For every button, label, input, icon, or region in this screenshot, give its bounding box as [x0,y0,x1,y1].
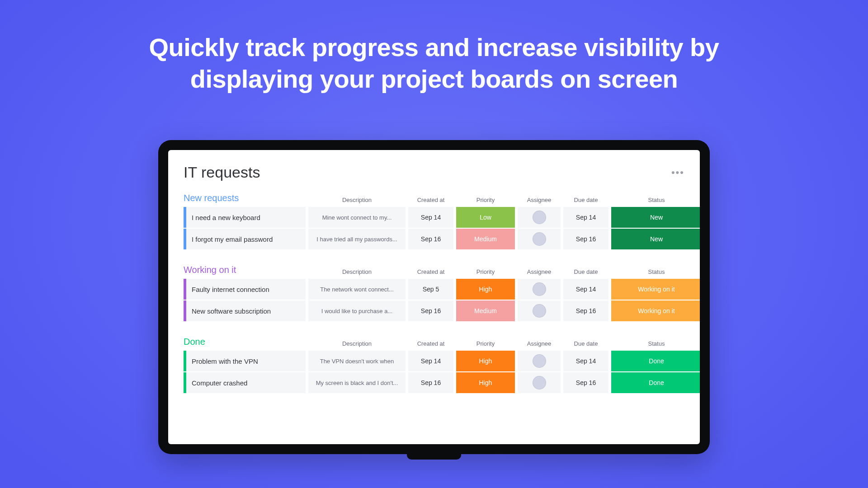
col-assignee: Assignee [518,268,561,275]
created-at-cell[interactable]: Sep 16 [408,300,453,321]
group-header: Done Description Created at Priority Ass… [184,337,684,347]
description-cell[interactable]: The network wont connect... [308,279,406,300]
due-date-cell[interactable]: Sep 14 [563,351,609,371]
item-name-cell[interactable]: Computer crashed [184,372,306,393]
group-name[interactable]: Done [184,337,306,347]
col-description: Description [308,197,406,203]
table-row[interactable]: Problem with the VPN The VPN doesn't wor… [184,351,684,371]
description-cell[interactable]: I have tried all my passwords... [308,229,406,249]
created-at-cell[interactable]: Sep 16 [408,229,453,249]
due-date-cell[interactable]: Sep 14 [563,207,609,228]
priority-pill: Medium [456,300,515,321]
col-due-date: Due date [563,197,609,203]
due-date-cell[interactable]: Sep 16 [563,229,609,249]
item-name-cell[interactable]: I forgot my email password [184,229,306,249]
more-icon[interactable]: ••• [671,167,684,178]
status-pill: New [611,207,700,228]
col-status: Status [611,340,700,347]
assignee-cell[interactable] [518,300,561,321]
priority-pill: Medium [456,229,515,249]
col-due-date: Due date [563,340,609,347]
col-description: Description [308,268,406,275]
group-name[interactable]: New requests [184,193,306,203]
col-due-date: Due date [563,268,609,275]
avatar [533,211,546,224]
col-created-at: Created at [408,340,453,347]
col-assignee: Assignee [518,340,561,347]
col-status: Status [611,197,700,203]
priority-cell[interactable]: Medium [456,300,515,321]
item-name-cell[interactable]: I need a new keyboard [184,207,306,228]
status-pill: Working on it [611,300,700,321]
board-screen: IT requests ••• New requests Description… [168,150,700,444]
priority-cell[interactable]: Low [456,207,515,228]
status-cell[interactable]: Working on it [611,279,700,300]
col-priority: Priority [456,197,515,203]
board-title: IT requests [184,164,260,181]
assignee-cell[interactable] [518,372,561,393]
col-created-at: Created at [408,268,453,275]
due-date-cell[interactable]: Sep 14 [563,279,609,300]
description-cell[interactable]: Mine wont connect to my... [308,207,406,228]
created-at-cell[interactable]: Sep 16 [408,372,453,393]
hero-line-1: Quickly track progress and increase visi… [90,32,778,63]
table-row[interactable]: Faulty internet connection The network w… [184,279,684,300]
status-cell[interactable]: Done [611,372,700,393]
avatar [533,282,546,296]
description-cell[interactable]: My screen is black and I don't... [308,372,406,393]
priority-cell[interactable]: High [456,279,515,300]
priority-pill: High [456,372,515,393]
status-cell[interactable]: Working on it [611,300,700,321]
avatar [533,232,546,246]
group-header: Working on it Description Created at Pri… [184,265,684,275]
status-cell[interactable]: Done [611,351,700,371]
col-priority: Priority [456,340,515,347]
item-name-cell[interactable]: New software subscription [184,300,306,321]
status-pill: Done [611,351,700,371]
priority-pill: Low [456,207,515,228]
created-at-cell[interactable]: Sep 14 [408,207,453,228]
table-row[interactable]: New software subscription I would like t… [184,300,684,321]
priority-cell[interactable]: Medium [456,229,515,249]
group-name[interactable]: Working on it [184,265,306,275]
item-name-cell[interactable]: Faulty internet connection [184,279,306,300]
status-pill: Done [611,372,700,393]
created-at-cell[interactable]: Sep 14 [408,351,453,371]
col-priority: Priority [456,268,515,275]
description-cell[interactable]: The VPN doesn't work when [308,351,406,371]
assignee-cell[interactable] [518,351,561,371]
assignee-cell[interactable] [518,279,561,300]
col-assignee: Assignee [518,197,561,203]
group: New requests Description Created at Prio… [184,193,684,249]
col-status: Status [611,268,700,275]
table-row[interactable]: Computer crashed My screen is black and … [184,372,684,393]
hero-line-2: displaying your project boards on screen [90,63,778,95]
status-cell[interactable]: New [611,207,700,228]
status-cell[interactable]: New [611,229,700,249]
priority-cell[interactable]: High [456,351,515,371]
group: Done Description Created at Priority Ass… [184,337,684,393]
item-name-cell[interactable]: Problem with the VPN [184,351,306,371]
table-row[interactable]: I forgot my email password I have tried … [184,229,684,249]
hero-heading: Quickly track progress and increase visi… [0,0,868,95]
group: Working on it Description Created at Pri… [184,265,684,321]
created-at-cell[interactable]: Sep 5 [408,279,453,300]
due-date-cell[interactable]: Sep 16 [563,372,609,393]
assignee-cell[interactable] [518,207,561,228]
group-header: New requests Description Created at Prio… [184,193,684,203]
avatar [533,354,546,368]
description-cell[interactable]: I would like to purchase a... [308,300,406,321]
priority-cell[interactable]: High [456,372,515,393]
due-date-cell[interactable]: Sep 16 [563,300,609,321]
avatar [533,376,546,389]
table-row[interactable]: I need a new keyboard Mine wont connect … [184,207,684,228]
col-description: Description [308,340,406,347]
avatar [533,304,546,318]
status-pill: Working on it [611,279,700,300]
assignee-cell[interactable] [518,229,561,249]
status-pill: New [611,229,700,249]
priority-pill: High [456,279,515,300]
priority-pill: High [456,351,515,371]
monitor-frame: IT requests ••• New requests Description… [158,140,710,454]
col-created-at: Created at [408,197,453,203]
